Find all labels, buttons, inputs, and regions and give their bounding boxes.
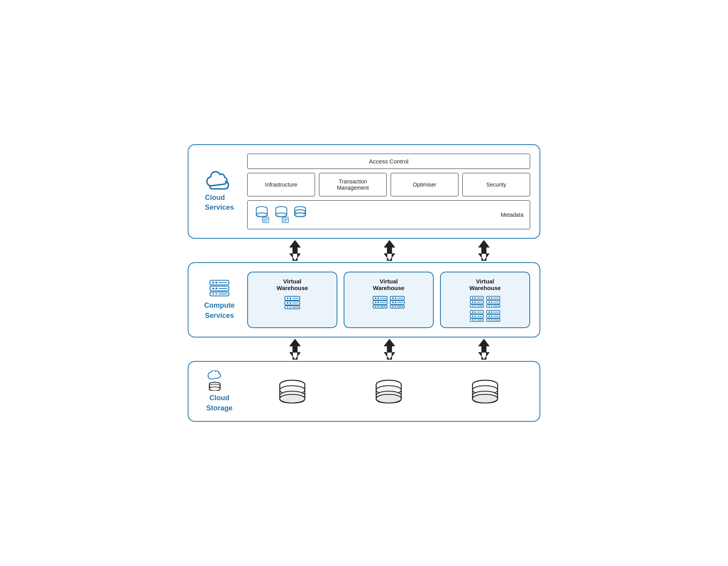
db-cylinder-2 [344, 376, 434, 407]
svg-point-108 [491, 311, 493, 313]
cloud-storage-icon [208, 370, 231, 391]
svg-point-96 [474, 311, 476, 313]
db-stack-icon-1 [254, 205, 270, 224]
svg-point-112 [491, 316, 493, 317]
svg-point-72 [474, 297, 476, 299]
cloud-services-layer: .cloud-stroke{fill:none;stroke:#2176AE;s… [188, 144, 540, 239]
vw3-title: VirtualWarehouse [469, 278, 501, 291]
svg-point-68 [395, 306, 396, 307]
arrow-2-right [472, 338, 496, 360]
bidirectional-arrow-icon-5 [381, 338, 398, 360]
compute-label-line1: Compute [204, 301, 235, 310]
server-list-icon [209, 279, 230, 297]
cloud-storage-label: Cloud Storage [198, 370, 241, 412]
cloud-services-label-line2: Services [205, 203, 234, 212]
cloud-icon: .cloud-stroke{fill:none;stroke:#2176AE;s… [206, 171, 233, 190]
svg-marker-122 [478, 339, 489, 352]
svg-point-35 [287, 298, 288, 299]
svg-point-7 [276, 213, 287, 217]
compute-label-line2: Services [205, 312, 234, 320]
svg-point-126 [209, 387, 220, 391]
svg-marker-123 [478, 352, 489, 359]
svg-point-92 [491, 305, 492, 307]
svg-point-31 [212, 293, 214, 295]
svg-point-115 [489, 319, 490, 321]
svg-point-51 [375, 302, 377, 303]
server-icon-vw2b [390, 296, 405, 308]
svg-marker-21 [478, 254, 489, 261]
svg-point-80 [474, 305, 476, 307]
svg-point-111 [488, 316, 490, 317]
svg-point-79 [472, 305, 473, 307]
db-stack-icon-2 [273, 205, 289, 224]
svg-point-39 [287, 302, 288, 304]
svg-marker-121 [384, 352, 395, 359]
db-cylinder-1 [247, 376, 337, 407]
services-row: Infrastructure TransactionManagement Opt… [247, 173, 530, 196]
arrows-row-1-inner [197, 239, 531, 261]
security-box: Security [462, 173, 530, 196]
virtual-warehouse-3: VirtualWarehouse [440, 272, 530, 328]
storage-label-line1: Cloud [210, 394, 230, 403]
vw2-title: VirtualWarehouse [373, 278, 404, 291]
compute-services-layer: Compute Services VirtualWarehouse [188, 262, 540, 337]
svg-point-103 [472, 319, 473, 321]
vw2-icons [373, 296, 405, 308]
svg-marker-18 [384, 240, 395, 254]
arrow-2-left [283, 338, 307, 360]
svg-point-60 [395, 297, 396, 299]
db-large-icon-2 [373, 376, 404, 407]
svg-point-95 [472, 311, 473, 313]
svg-point-28 [216, 288, 217, 290]
svg-point-88 [491, 301, 493, 303]
svg-point-67 [392, 306, 393, 307]
arrow-2-center [378, 338, 401, 360]
svg-point-55 [375, 306, 376, 307]
bidirectional-arrow-icon-3 [475, 239, 493, 261]
db-large-icon-1 [277, 376, 308, 407]
svg-point-44 [290, 307, 291, 308]
svg-point-1 [256, 213, 267, 217]
server-icon-vw3c [470, 310, 484, 322]
svg-marker-15 [290, 240, 301, 254]
svg-point-52 [377, 302, 379, 303]
cloud-services-label: .cloud-stroke{fill:none;stroke:#2176AE;s… [198, 154, 241, 229]
svg-point-24 [216, 282, 217, 284]
svg-point-116 [491, 319, 492, 321]
server-icon-vw1 [284, 296, 300, 309]
svg-point-71 [472, 297, 473, 299]
db-large-icon-3 [469, 376, 501, 407]
svg-point-84 [491, 297, 493, 299]
cloud-storage-layer: Cloud Storage [188, 361, 540, 422]
svg-point-56 [378, 306, 379, 307]
vw1-title: VirtualWarehouse [277, 278, 308, 291]
server-icon-vw3a [470, 296, 484, 308]
metadata-box: Metadata [247, 200, 530, 229]
svg-point-134 [376, 394, 401, 403]
svg-point-91 [489, 305, 490, 307]
svg-point-99 [472, 316, 473, 317]
server-icon-vw3b [486, 296, 500, 308]
svg-point-75 [472, 301, 473, 303]
svg-point-87 [488, 301, 490, 303]
diagram-wrapper: .cloud-stroke{fill:none;stroke:#2176AE;s… [188, 144, 540, 422]
storage-inner: Cloud Storage [198, 370, 530, 412]
svg-point-63 [392, 302, 394, 303]
cloud-services-content: Access Control Infrastructure Transactio… [247, 154, 530, 229]
optimiser-box: Optimiser [391, 173, 458, 196]
svg-point-138 [473, 394, 498, 403]
compute-inner: Compute Services VirtualWarehouse [198, 272, 530, 328]
svg-point-40 [290, 302, 291, 304]
svg-point-83 [488, 297, 490, 299]
metadata-icons [254, 205, 307, 224]
access-control-box: Access Control [247, 154, 530, 169]
svg-point-36 [290, 298, 291, 299]
bidirectional-arrow-icon-1 [286, 239, 304, 261]
bidirectional-arrow-icon-2 [381, 239, 398, 261]
svg-marker-17 [290, 254, 301, 261]
svg-point-48 [377, 297, 379, 299]
svg-point-64 [395, 302, 396, 303]
arrows-row-2 [188, 337, 540, 361]
svg-marker-19 [384, 254, 395, 261]
svg-point-59 [392, 297, 394, 299]
